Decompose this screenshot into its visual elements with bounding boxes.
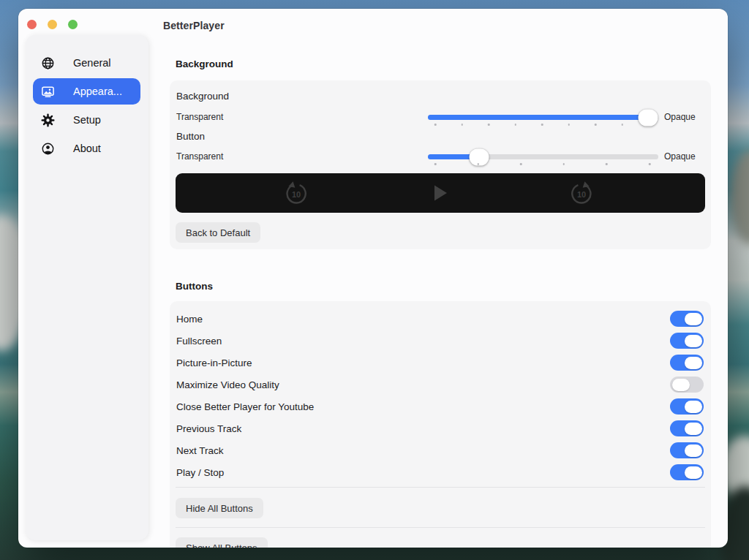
sidebar-item-label: Appeara...	[73, 86, 122, 97]
show-all-buttons-button[interactable]: Show All Buttons	[176, 537, 268, 548]
slider-tick	[595, 124, 597, 126]
slider-tick	[520, 163, 522, 165]
toggle-label: Home	[176, 314, 203, 325]
toggle-label: Fullscreen	[176, 336, 222, 347]
toggle-label: Close Better Player for Youtube	[176, 401, 314, 412]
picture-in-picture-toggle[interactable]	[670, 355, 704, 371]
background-group-label: Background	[176, 91, 229, 102]
next-track-toggle[interactable]	[670, 442, 704, 458]
toggle-knob	[685, 423, 702, 435]
gear-icon	[41, 113, 55, 127]
svg-text:10: 10	[577, 190, 586, 199]
slider-max-label: Opaque	[664, 112, 696, 122]
player-preview-bar: 10 10	[176, 173, 705, 213]
toggle-row-fullscreen: Fullscreen	[170, 330, 711, 352]
button-group-label: Button	[176, 131, 205, 142]
slider-tick	[606, 163, 608, 165]
appearance-icon	[41, 85, 55, 99]
slider-tick	[514, 124, 516, 126]
slider-tick	[434, 163, 437, 165]
background-card: Background Transparent Opaque Button Tra…	[170, 80, 711, 249]
toggle-label: Play / Stop	[176, 467, 224, 478]
sidebar-item-label: General	[73, 57, 111, 69]
toggle-row-pip: Picture-in-Picture	[170, 352, 711, 374]
sidebar-item-appearance[interactable]: Appeara...	[33, 78, 140, 105]
play-icon	[424, 178, 453, 208]
fullscreen-toggle[interactable]	[670, 333, 704, 349]
toggle-knob	[685, 444, 702, 457]
slider-tick	[488, 124, 490, 126]
slider-min-label: Transparent	[176, 151, 223, 162]
slider-handle[interactable]	[469, 148, 489, 165]
slider-max-label: Opaque	[664, 151, 696, 162]
slider-tick	[568, 124, 571, 126]
slider-tick	[477, 163, 479, 165]
rewind-10-icon: 10	[282, 178, 311, 208]
hide-all-buttons-button[interactable]: Hide All Buttons	[176, 498, 263, 518]
sidebar-item-label: About	[73, 143, 101, 154]
sidebar-item-about[interactable]: About	[33, 135, 140, 162]
slider-tick	[541, 124, 543, 126]
app-window: BetterPlayer General Appeara...	[18, 9, 728, 548]
button-transparency-slider[interactable]	[428, 154, 658, 159]
toggle-knob	[685, 401, 702, 413]
slider-tick	[622, 124, 624, 126]
sidebar: General Appeara... Setup	[26, 35, 148, 540]
toggle-knob	[685, 335, 702, 347]
buttons-card: Home Fullscreen Picture-in-Picture Maxim…	[170, 301, 711, 548]
toggle-knob	[685, 357, 702, 369]
background-section-header: Background	[176, 58, 233, 69]
window-title: BetterPlayer	[163, 20, 225, 31]
globe-icon	[41, 56, 55, 70]
toggle-knob	[672, 379, 690, 391]
zoom-button[interactable]	[68, 20, 78, 29]
slider-fill	[428, 115, 648, 120]
toggle-knob	[685, 313, 702, 325]
toggle-row-previous-track: Previous Track	[170, 417, 711, 439]
slider-min-label: Transparent	[176, 112, 223, 122]
close-button[interactable]	[27, 20, 37, 29]
slider-tick	[563, 163, 565, 165]
divider	[176, 527, 705, 528]
sidebar-item-setup[interactable]: Setup	[33, 107, 140, 133]
close-better-player-toggle[interactable]	[670, 398, 704, 415]
toggle-knob	[685, 466, 702, 479]
toggle-label: Picture-in-Picture	[176, 357, 252, 368]
svg-text:10: 10	[292, 190, 301, 199]
back-to-default-button[interactable]: Back to Default	[176, 222, 260, 243]
sidebar-item-label: Setup	[73, 114, 101, 126]
minimize-button[interactable]	[48, 20, 57, 29]
buttons-section-header: Buttons	[176, 281, 213, 292]
slider-tick	[434, 124, 437, 126]
wallpaper-rock	[730, 150, 749, 245]
toggle-row-play-stop: Play / Stop	[170, 461, 711, 483]
sidebar-item-general[interactable]: General	[33, 50, 140, 76]
forward-10-icon: 10	[567, 178, 596, 208]
background-transparency-slider[interactable]	[428, 115, 658, 120]
toggle-row-next-track: Next Track	[170, 439, 711, 461]
toggle-label: Next Track	[176, 445, 224, 456]
slider-tick	[461, 124, 463, 126]
toggle-row-close-bp: Close Better Player for Youtube	[170, 396, 711, 417]
previous-track-toggle[interactable]	[670, 420, 704, 436]
toggle-row-home: Home	[170, 308, 711, 330]
toggle-label: Maximize Video Quality	[176, 379, 279, 390]
slider-handle[interactable]	[638, 109, 658, 126]
play-stop-toggle[interactable]	[670, 464, 704, 480]
slider-tick	[649, 163, 651, 165]
about-icon	[41, 142, 55, 156]
toggle-row-max-quality: Maximize Video Quality	[170, 374, 711, 396]
divider	[176, 487, 705, 488]
maximize-video-quality-toggle[interactable]	[670, 377, 704, 393]
home-toggle[interactable]	[670, 311, 704, 327]
toggle-label: Previous Track	[176, 423, 241, 434]
